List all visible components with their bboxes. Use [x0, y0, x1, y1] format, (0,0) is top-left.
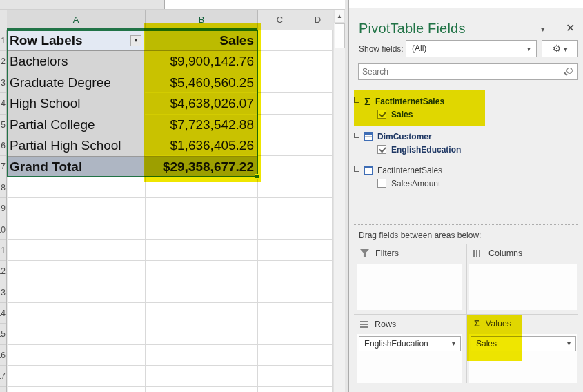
field-group-dimcustomer[interactable]: DimCustomer [354, 130, 432, 142]
rows-icon [360, 321, 368, 329]
row-number[interactable]: 15 [0, 324, 6, 344]
row-number[interactable]: 7 [0, 156, 6, 177]
pivot-label-cell[interactable]: Graduate Degree [7, 72, 145, 93]
pane-top-strip [349, 0, 583, 8]
excel-window: A B C D 1234567891011121314151617 Row La… [0, 0, 583, 392]
pivot-data-row: Graduate Degree $5,460,560.25 [7, 72, 257, 93]
show-fields-value: (All) [412, 43, 426, 53]
collapse-icon[interactable] [354, 133, 359, 138]
row-number[interactable]: 2 [0, 51, 6, 72]
filters-drop-area[interactable] [357, 264, 462, 310]
field-item-englisheducation[interactable]: EnglishEducation [377, 144, 461, 155]
scrollbar-thumb[interactable] [335, 23, 345, 48]
row-headers: 1234567891011121314151617 [0, 30, 7, 392]
row-number[interactable]: 5 [0, 115, 6, 135]
row-number[interactable]: 9 [0, 198, 6, 219]
filters-label-text: Filters [375, 248, 399, 258]
pivot-value-cell[interactable]: $7,723,542.88 [145, 115, 257, 135]
search-icon[interactable] [566, 68, 573, 74]
pivot-label-cell[interactable]: Bachelors [7, 51, 145, 72]
column-header-d[interactable]: D [302, 10, 333, 30]
checkbox-unchecked[interactable] [377, 179, 386, 188]
pivot-table: Row Labels ▾ Sales Bachelors $9,900,142.… [7, 30, 257, 177]
row-number[interactable]: 3 [0, 72, 6, 93]
row-number[interactable]: 12 [0, 261, 6, 282]
sheet-vertical-scrollbar[interactable]: ▲ [333, 10, 345, 392]
pivot-header-row: Row Labels ▾ Sales [7, 30, 257, 51]
columns-drop-area[interactable] [469, 264, 577, 310]
row-labels-filter-button[interactable]: ▾ [130, 35, 141, 46]
tools-gear-button[interactable]: ⚙▾ [542, 40, 578, 57]
pivot-values-header-cell[interactable]: Sales [145, 30, 257, 51]
field-name: EnglishEducation [391, 145, 461, 155]
areas-horizontal-divider [354, 314, 578, 315]
field-group-factinternetsales-measures[interactable]: Σ FactInternetSales [354, 95, 444, 107]
sigma-icon: Σ [474, 318, 480, 329]
rows-field-pill[interactable]: EnglishEducation ▾ [359, 336, 461, 351]
row-labels-text: Row Labels [10, 33, 83, 48]
collapse-icon[interactable] [354, 97, 359, 103]
column-headers: A B C D [0, 10, 333, 30]
pivot-label-cell[interactable]: Partial College [7, 115, 145, 135]
filters-area-label: Filters [360, 248, 399, 258]
field-group-factinternetsales[interactable]: FactInternetSales [354, 164, 442, 176]
checkbox-checked[interactable] [377, 110, 386, 119]
pivot-value-cell[interactable]: $4,638,026.07 [145, 93, 257, 114]
pane-close-icon[interactable]: ✕ [566, 21, 575, 35]
chevron-down-icon: ▾ [567, 337, 571, 351]
row-number[interactable]: 16 [0, 345, 6, 366]
rows-label-text: Rows [375, 320, 396, 329]
row-number[interactable]: 17 [0, 366, 6, 386]
sigma-icon: Σ [364, 96, 370, 106]
pivottable-fields-pane: PivotTable Fields ▾ ✕ Show fields: (All)… [349, 0, 583, 392]
show-fields-label: Show fields: [359, 44, 404, 54]
scroll-up-button[interactable]: ▲ [334, 10, 345, 23]
row-number[interactable]: 4 [0, 93, 6, 114]
gridline [257, 30, 258, 392]
column-header-a[interactable]: A [7, 10, 145, 30]
pivot-value-cell[interactable]: $9,900,142.76 [145, 51, 257, 72]
grand-total-value-cell[interactable]: $29,358,677.22 [145, 156, 257, 177]
fill-handle[interactable] [255, 174, 259, 179]
row-number[interactable]: 13 [0, 282, 6, 303]
values-field-pill[interactable]: Sales ▾ [471, 336, 576, 351]
pane-title: PivotTable Fields [359, 21, 466, 37]
row-number[interactable]: 1 [0, 30, 6, 51]
search-input[interactable] [362, 66, 555, 78]
table-name: FactInternetSales [377, 166, 442, 175]
grand-total-label-cell[interactable]: Grand Total [7, 156, 145, 177]
field-item-sales[interactable]: Sales [377, 108, 413, 120]
pane-options-chevron-icon[interactable]: ▾ [541, 25, 545, 34]
row-number[interactable]: 14 [0, 303, 6, 324]
values-label-text: Values [486, 319, 511, 329]
field-search-box [358, 63, 578, 80]
pivot-label-cell[interactable]: Partial High School [7, 135, 145, 156]
show-fields-dropdown[interactable]: (All) ▾ [406, 40, 537, 57]
row-number[interactable]: 10 [0, 219, 6, 240]
table-name: DimCustomer [377, 132, 432, 141]
gridline [332, 30, 333, 392]
rows-area-label: Rows [360, 320, 396, 329]
table-name: FactInternetSales [375, 97, 444, 106]
row-number[interactable]: 6 [0, 135, 6, 156]
pivot-value-cell[interactable]: $1,636,405.26 [145, 135, 257, 156]
pivot-value-cell[interactable]: $5,460,560.25 [145, 72, 257, 93]
checkbox-checked[interactable] [377, 145, 386, 154]
pivot-data-row: Bachelors $9,900,142.76 [7, 51, 257, 72]
row-number[interactable]: 11 [0, 240, 6, 261]
collapse-icon[interactable] [354, 166, 359, 172]
values-area-label: Σ Values [474, 318, 511, 329]
chevron-down-icon: ▾ [527, 41, 531, 57]
column-header-b[interactable]: B [145, 10, 257, 30]
pivot-row-labels-cell[interactable]: Row Labels ▾ [7, 30, 145, 51]
chevron-down-icon: ▾ [564, 46, 567, 53]
pane-separator [354, 224, 578, 225]
columns-icon [473, 250, 482, 257]
pivot-label-cell[interactable]: High School [7, 93, 145, 114]
values-field-name: Sales [476, 339, 497, 349]
table-icon [364, 166, 373, 175]
column-header-c[interactable]: C [257, 10, 302, 30]
row-number[interactable]: 8 [0, 177, 6, 198]
pivot-grand-total-row: Grand Total $29,358,677.22 [7, 156, 257, 177]
field-item-salesamount[interactable]: SalesAmount [377, 177, 440, 189]
